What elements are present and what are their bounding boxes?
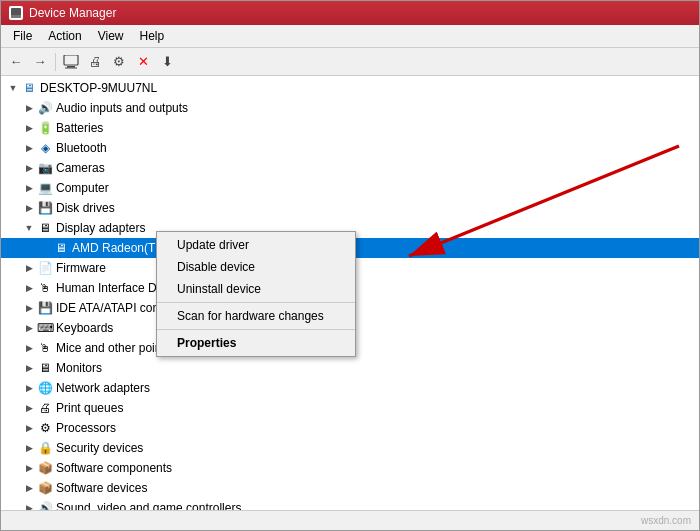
print-button[interactable]: 🖨 xyxy=(84,51,106,73)
security-label: Security devices xyxy=(56,441,143,455)
processors-icon: ⚙ xyxy=(37,420,53,436)
expand-batteries[interactable]: ▶ xyxy=(21,123,37,133)
watermark: wsxdn.com xyxy=(641,515,691,526)
tree-item-sound[interactable]: ▶ 🔊 Sound, video and game controllers xyxy=(1,498,699,510)
hid-icon: 🖱 xyxy=(37,280,53,296)
expand-print[interactable]: ▶ xyxy=(21,403,37,413)
tree-item-security[interactable]: ▶ 🔒 Security devices xyxy=(1,438,699,458)
security-icon: 🔒 xyxy=(37,440,53,456)
content-area: ▼ 🖥 DESKTOP-9MUU7NL ▶ 🔊 Audio inputs and… xyxy=(1,76,699,510)
tree-item-sw-components[interactable]: ▶ 📦 Software components xyxy=(1,458,699,478)
menu-help[interactable]: Help xyxy=(132,27,173,45)
expand-computer[interactable]: ▶ xyxy=(21,183,37,193)
expand-network[interactable]: ▶ xyxy=(21,383,37,393)
sw-devices-label: Software devices xyxy=(56,481,147,495)
ctx-update-driver[interactable]: Update driver xyxy=(157,234,355,256)
tree-item-computer[interactable]: ▶ 💻 Computer xyxy=(1,178,699,198)
cameras-label: Cameras xyxy=(56,161,105,175)
tree-item-monitors[interactable]: ▶ 🖥 Monitors xyxy=(1,358,699,378)
keyboards-label: Keyboards xyxy=(56,321,113,335)
batteries-label: Batteries xyxy=(56,121,103,135)
print-label: Print queues xyxy=(56,401,123,415)
ctx-separator-1 xyxy=(157,302,355,303)
print-icon: 🖨 xyxy=(37,400,53,416)
svg-rect-4 xyxy=(65,67,77,68)
firmware-label: Firmware xyxy=(56,261,106,275)
settings-button[interactable]: ⚙ xyxy=(108,51,130,73)
mice-icon: 🖱 xyxy=(37,340,53,356)
computer-icon-button[interactable] xyxy=(60,51,82,73)
expand-mice[interactable]: ▶ xyxy=(21,343,37,353)
tree-item-processors[interactable]: ▶ ⚙ Processors xyxy=(1,418,699,438)
processors-label: Processors xyxy=(56,421,116,435)
sw-devices-icon: 📦 xyxy=(37,480,53,496)
tree-item-network[interactable]: ▶ 🌐 Network adapters xyxy=(1,378,699,398)
tree-item-print[interactable]: ▶ 🖨 Print queues xyxy=(1,398,699,418)
expand-sw-components[interactable]: ▶ xyxy=(21,463,37,473)
audio-label: Audio inputs and outputs xyxy=(56,101,188,115)
expand-ide[interactable]: ▶ xyxy=(21,303,37,313)
menu-view[interactable]: View xyxy=(90,27,132,45)
expand-bluetooth[interactable]: ▶ xyxy=(21,143,37,153)
disk-label: Disk drives xyxy=(56,201,115,215)
audio-icon: 🔊 xyxy=(37,100,53,116)
cameras-icon: 📷 xyxy=(37,160,53,176)
keyboards-icon: ⌨ xyxy=(37,320,53,336)
title-bar-icon xyxy=(9,6,23,20)
display-icon: 🖥 xyxy=(37,220,53,236)
download-button[interactable]: ⬇ xyxy=(156,51,178,73)
ctx-separator-2 xyxy=(157,329,355,330)
display-label: Display adapters xyxy=(56,221,145,235)
expand-sound[interactable]: ▶ xyxy=(21,503,37,510)
tree-item-audio[interactable]: ▶ 🔊 Audio inputs and outputs xyxy=(1,98,699,118)
tree-item-batteries[interactable]: ▶ 🔋 Batteries xyxy=(1,118,699,138)
device-manager-window: Device Manager File Action View Help ← →… xyxy=(0,0,700,531)
delete-button[interactable]: ✕ xyxy=(132,51,154,73)
expand-disk[interactable]: ▶ xyxy=(21,203,37,213)
expand-security[interactable]: ▶ xyxy=(21,443,37,453)
bluetooth-label: Bluetooth xyxy=(56,141,107,155)
expand-processors[interactable]: ▶ xyxy=(21,423,37,433)
svg-rect-2 xyxy=(64,55,78,65)
tree-item-bluetooth[interactable]: ▶ ◈ Bluetooth xyxy=(1,138,699,158)
window-title: Device Manager xyxy=(29,6,116,20)
expand-root[interactable]: ▼ xyxy=(5,83,21,93)
amd-icon: 🖥 xyxy=(53,240,69,256)
bluetooth-icon: ◈ xyxy=(37,140,53,156)
ctx-scan-hardware[interactable]: Scan for hardware changes xyxy=(157,305,355,327)
tree-item-sw-devices[interactable]: ▶ 📦 Software devices xyxy=(1,478,699,498)
menu-file[interactable]: File xyxy=(5,27,40,45)
tree-root[interactable]: ▼ 🖥 DESKTOP-9MUU7NL xyxy=(1,78,699,98)
forward-button[interactable]: → xyxy=(29,51,51,73)
tree-item-cameras[interactable]: ▶ 📷 Cameras xyxy=(1,158,699,178)
expand-monitors[interactable]: ▶ xyxy=(21,363,37,373)
back-button[interactable]: ← xyxy=(5,51,27,73)
menu-action[interactable]: Action xyxy=(40,27,89,45)
toolbar: ← → 🖨 ⚙ ✕ ⬇ xyxy=(1,48,699,76)
tree-item-disk[interactable]: ▶ 💾 Disk drives xyxy=(1,198,699,218)
computer-icon: 🖥 xyxy=(21,80,37,96)
ctx-uninstall-device[interactable]: Uninstall device xyxy=(157,278,355,300)
toolbar-separator-1 xyxy=(55,53,56,71)
expand-keyboards[interactable]: ▶ xyxy=(21,323,37,333)
firmware-icon: 📄 xyxy=(37,260,53,276)
batteries-icon: 🔋 xyxy=(37,120,53,136)
sw-components-icon: 📦 xyxy=(37,460,53,476)
sound-icon: 🔊 xyxy=(37,500,53,510)
expand-sw-devices[interactable]: ▶ xyxy=(21,483,37,493)
monitors-label: Monitors xyxy=(56,361,102,375)
svg-rect-1 xyxy=(11,15,21,18)
sw-components-label: Software components xyxy=(56,461,172,475)
expand-cameras[interactable]: ▶ xyxy=(21,163,37,173)
expand-audio[interactable]: ▶ xyxy=(21,103,37,113)
status-bar: wsxdn.com xyxy=(1,510,699,530)
ctx-disable-device[interactable]: Disable device xyxy=(157,256,355,278)
network-label: Network adapters xyxy=(56,381,150,395)
expand-hid[interactable]: ▶ xyxy=(21,283,37,293)
ide-icon: 💾 xyxy=(37,300,53,316)
context-menu: Update driver Disable device Uninstall d… xyxy=(156,231,356,357)
expand-firmware[interactable]: ▶ xyxy=(21,263,37,273)
disk-icon: 💾 xyxy=(37,200,53,216)
expand-display[interactable]: ▼ xyxy=(21,223,37,233)
ctx-properties[interactable]: Properties xyxy=(157,332,355,354)
